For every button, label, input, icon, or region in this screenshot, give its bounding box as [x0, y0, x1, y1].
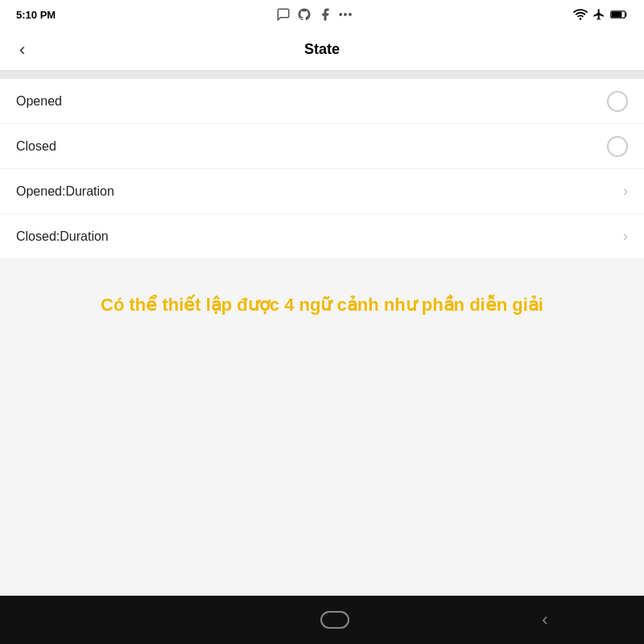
- list-item-opened-duration[interactable]: Opened:Duration ›: [0, 169, 644, 214]
- github-icon: [297, 7, 312, 22]
- list-item-closed-duration[interactable]: Closed:Duration ›: [0, 214, 644, 259]
- home-button[interactable]: [320, 611, 349, 629]
- battery-icon: [610, 10, 628, 19]
- status-center-icons: •••: [276, 7, 353, 22]
- closed-radio[interactable]: [607, 136, 628, 157]
- info-box: Có thể thiết lập được 4 ngữ cảnh như phầ…: [0, 259, 644, 596]
- opened-duration-chevron: ›: [623, 183, 628, 200]
- list-item-closed[interactable]: Closed: [0, 124, 644, 169]
- chat-icon: [276, 7, 291, 22]
- bottom-nav-bar: ‹: [0, 596, 644, 644]
- opened-radio[interactable]: [607, 91, 628, 112]
- wifi-icon: [573, 9, 588, 20]
- closed-duration-label: Closed:Duration: [16, 229, 109, 244]
- status-time: 5:10 PM: [16, 9, 56, 21]
- section-separator: [0, 71, 644, 79]
- opened-label: Opened: [16, 94, 62, 109]
- closed-duration-chevron: ›: [623, 228, 628, 245]
- facebook-icon: [318, 7, 332, 22]
- back-button[interactable]: ‹: [13, 36, 31, 64]
- status-bar: 5:10 PM •••: [0, 0, 644, 29]
- bottom-back-button[interactable]: ‹: [542, 609, 547, 630]
- svg-rect-1: [612, 12, 622, 18]
- closed-label: Closed: [16, 139, 56, 154]
- opened-duration-label: Opened:Duration: [16, 184, 114, 199]
- status-right-icons: [573, 8, 628, 21]
- info-text: Có thể thiết lập được 4 ngữ cảnh như phầ…: [101, 291, 543, 318]
- more-dots-icon: •••: [339, 8, 353, 21]
- page-title: State: [304, 41, 340, 58]
- state-list: Opened Closed Opened:Duration › Closed:D…: [0, 79, 644, 259]
- airplane-icon: [592, 8, 605, 21]
- list-item-opened[interactable]: Opened: [0, 79, 644, 124]
- page-header: ‹ State: [0, 29, 644, 71]
